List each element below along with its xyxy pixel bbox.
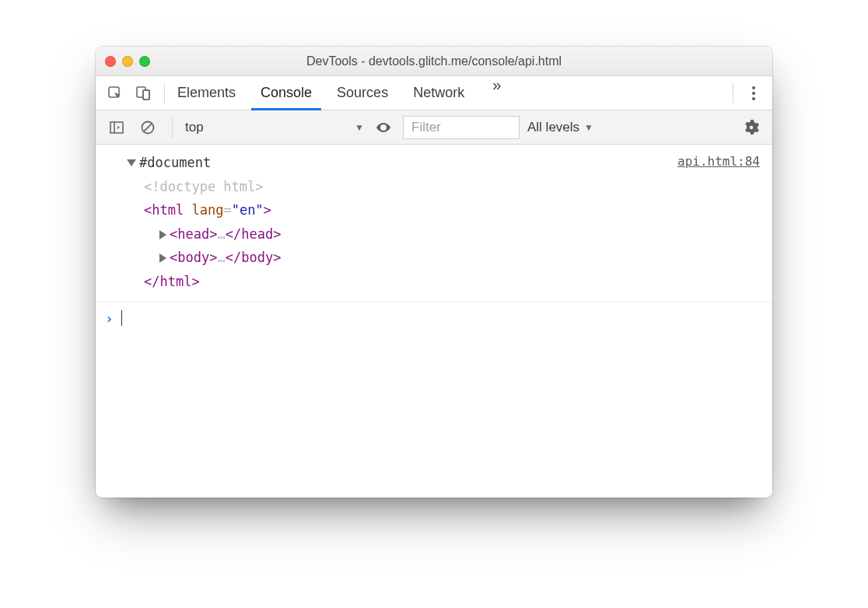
disclosure-triangle-right-icon[interactable] — [159, 230, 166, 239]
tab-network[interactable]: Network — [410, 76, 467, 110]
tab-sources[interactable]: Sources — [334, 76, 391, 110]
dom-node-body[interactable]: <body>…</body> — [127, 246, 763, 270]
divider — [733, 83, 733, 103]
svg-point-10 — [750, 125, 753, 128]
console-toolbar: top ▼ All levels ▼ — [96, 110, 772, 145]
toggle-device-toolbar-icon[interactable] — [131, 82, 155, 105]
dom-node-head[interactable]: <head>…</head> — [127, 222, 763, 246]
prompt-chevron-icon: › — [105, 310, 114, 327]
dom-node-document[interactable]: #document — [127, 151, 763, 175]
svg-rect-4 — [110, 122, 123, 133]
svg-rect-2 — [143, 90, 149, 100]
chevron-down-icon: ▼ — [355, 122, 364, 133]
execution-context-label: top — [185, 120, 204, 135]
source-link[interactable]: api.html:84 — [677, 151, 760, 173]
svg-line-8 — [144, 123, 152, 131]
dom-node-doctype[interactable]: <!doctype html> — [127, 175, 763, 199]
console-message[interactable]: api.html:84 #document <!doctype html> <h… — [96, 145, 772, 302]
toggle-console-sidebar-icon[interactable] — [105, 116, 128, 139]
close-window-button[interactable] — [105, 56, 116, 67]
divider — [164, 83, 165, 103]
filter-input[interactable] — [403, 116, 520, 139]
main-tab-bar: Elements Console Sources Network » — [96, 76, 772, 110]
console-settings-gear-icon[interactable] — [740, 116, 763, 139]
live-expression-eye-icon[interactable] — [372, 116, 395, 139]
svg-point-9 — [382, 126, 385, 129]
execution-context-selector[interactable]: top ▼ — [185, 117, 364, 138]
dom-node-html-open[interactable]: <html lang="en"> — [127, 198, 763, 222]
disclosure-triangle-right-icon[interactable] — [159, 253, 166, 263]
traffic-lights — [105, 56, 150, 67]
customize-devtools-menu-icon[interactable] — [743, 82, 765, 105]
more-tabs-button[interactable]: » — [486, 76, 505, 110]
dom-node-html-close[interactable]: </html> — [127, 270, 763, 294]
window-title: DevTools - devtools.glitch.me/console/ap… — [96, 54, 772, 68]
clear-console-icon[interactable] — [136, 116, 159, 139]
svg-marker-6 — [117, 126, 120, 129]
disclosure-triangle-down-icon[interactable] — [127, 159, 136, 166]
inspect-element-icon[interactable] — [103, 82, 127, 105]
tab-console[interactable]: Console — [257, 76, 315, 110]
minimize-window-button[interactable] — [122, 56, 133, 67]
chevron-down-icon: ▼ — [584, 122, 593, 133]
log-levels-selector[interactable]: All levels ▼ — [527, 120, 593, 135]
divider — [172, 117, 173, 138]
zoom-window-button[interactable] — [139, 56, 150, 67]
console-output: api.html:84 #document <!doctype html> <h… — [96, 145, 772, 498]
text-cursor — [121, 310, 123, 326]
tab-elements[interactable]: Elements — [174, 76, 239, 110]
titlebar: DevTools - devtools.glitch.me/console/ap… — [96, 47, 772, 76]
console-prompt[interactable]: › — [96, 302, 772, 334]
devtools-window: DevTools - devtools.glitch.me/console/ap… — [96, 47, 772, 498]
panel-tabs: Elements Console Sources Network » — [174, 76, 505, 110]
log-levels-label: All levels — [527, 120, 579, 135]
